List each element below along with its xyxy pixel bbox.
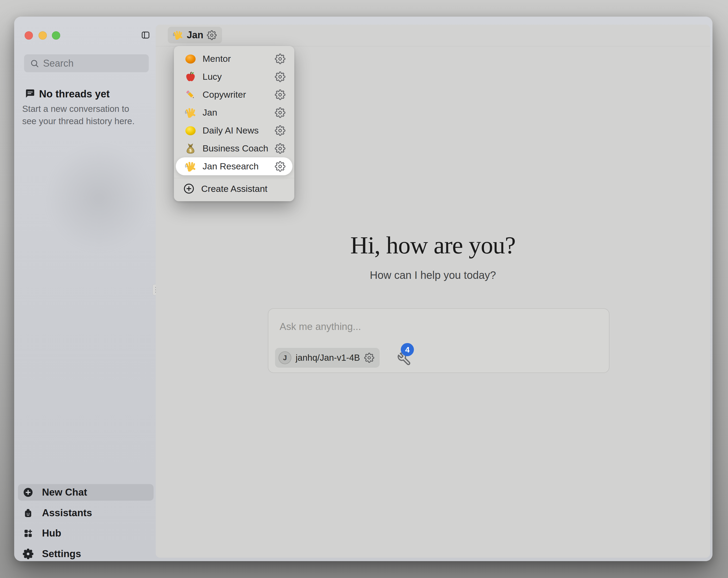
menu-item-lucy[interactable]: Lucy	[176, 68, 292, 85]
model-name: janhq/Jan-v1-4B	[296, 353, 360, 363]
gear-icon[interactable]	[275, 71, 285, 82]
create-assistant-label: Create Assistant	[201, 183, 267, 194]
sidebar-item-assistants[interactable]: Assistants	[18, 505, 154, 521]
gear-icon[interactable]	[275, 125, 285, 136]
yellow-circle-emoji	[184, 125, 197, 136]
model-selector-button[interactable]: J janhq/Jan-v1-4B	[275, 348, 380, 368]
assistant-switcher-button[interactable]: Jan	[168, 27, 222, 43]
sidebar-toggle-button[interactable]	[141, 30, 150, 40]
search-input[interactable]: Search	[24, 54, 149, 72]
search-icon	[30, 59, 39, 68]
greeting-title: Hi, how are you?	[156, 230, 710, 261]
red-apple-emoji	[184, 71, 197, 83]
hub-grid-icon	[23, 528, 33, 539]
gear-icon[interactable]	[275, 161, 285, 172]
menu-item-label: Copywriter	[203, 90, 246, 100]
waving-hand-emoji	[173, 30, 183, 41]
menu-item-copywriter[interactable]: Copywriter	[176, 85, 292, 104]
greeting: Hi, how are you? How can I help you toda…	[156, 230, 710, 281]
tools-count-badge: 4	[401, 343, 414, 356]
menu-separator	[174, 178, 294, 178]
plus-circle-outline-icon	[183, 183, 195, 195]
model-avatar: J	[279, 351, 291, 364]
gear-icon[interactable]	[275, 143, 285, 154]
sidebar-item-new-chat[interactable]: New Chat	[18, 484, 154, 501]
assistant-switcher-label: Jan	[187, 29, 203, 41]
gear-filled-icon	[23, 549, 33, 559]
menu-item-mentor[interactable]: Mentor	[176, 50, 292, 68]
sidebar-decoration-blob	[46, 145, 153, 252]
zoom-window-button[interactable]	[52, 31, 60, 40]
app-window: Search No threads yet Start a new conver…	[14, 17, 712, 561]
waving-hand-emoji	[184, 107, 197, 119]
plus-circle-icon	[23, 487, 33, 498]
menu-item-label: Business Coach	[203, 143, 268, 154]
empty-state-title: No threads yet	[39, 88, 110, 100]
pencil-emoji	[184, 89, 197, 101]
waving-hand-emoji	[184, 160, 197, 172]
nav-label: Assistants	[42, 507, 92, 519]
gear-icon[interactable]	[275, 53, 285, 64]
nav-label: New Chat	[42, 487, 87, 498]
menu-item-label: Mentor	[203, 53, 231, 64]
menu-item-label: Jan Research	[203, 161, 259, 172]
desktop: Search No threads yet Start a new conver…	[0, 0, 728, 578]
menu-item-daily-ai-news[interactable]: Daily AI News	[176, 122, 292, 140]
assistant-menu: Mentor Lucy Copywriter Jan	[174, 46, 294, 201]
gear-icon[interactable]	[207, 30, 217, 40]
composer-placeholder: Ask me anything...	[280, 321, 361, 332]
nav-label: Settings	[42, 548, 81, 559]
sidebar-toggle-icon	[141, 30, 150, 40]
chat-bubble-icon	[25, 88, 35, 99]
search-placeholder: Search	[43, 58, 74, 69]
main-content-panel: Jan Mentor Lucy Copywriter	[156, 25, 710, 558]
menu-item-label: Daily AI News	[203, 125, 259, 136]
assistant-bot-icon	[23, 508, 33, 518]
gear-icon[interactable]	[275, 90, 285, 100]
sidebar-item-hub[interactable]: Hub	[18, 525, 154, 542]
money-bag-emoji	[184, 143, 197, 154]
gear-icon[interactable]	[364, 353, 374, 363]
create-assistant-button[interactable]: Create Assistant	[174, 180, 294, 198]
message-composer[interactable]: Ask me anything... J janhq/Jan-v1-4B 4	[268, 308, 609, 373]
sidebar-item-settings[interactable]: Settings	[18, 546, 154, 562]
menu-item-business-coach[interactable]: Business Coach	[176, 140, 292, 157]
orange-circle-emoji	[184, 53, 197, 65]
menu-item-jan[interactable]: Jan	[176, 104, 292, 122]
greeting-subtitle: How can I help you today?	[156, 269, 710, 281]
gear-icon[interactable]	[275, 107, 285, 118]
nav-label: Hub	[42, 528, 61, 539]
close-window-button[interactable]	[25, 31, 33, 40]
menu-item-label: Jan	[203, 107, 217, 118]
menu-item-label: Lucy	[203, 71, 222, 82]
menu-item-jan-research[interactable]: Jan Research	[176, 157, 292, 175]
minimize-window-button[interactable]	[38, 31, 47, 40]
empty-state-description: Start a new conversation to see your thr…	[22, 103, 143, 127]
